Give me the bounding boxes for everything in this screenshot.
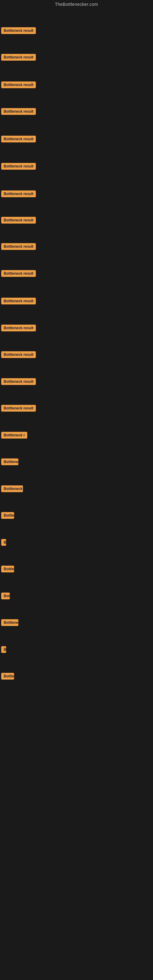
result-row[interactable]: Bottleneck <box>0 484 153 495</box>
result-row[interactable]: Bottleneck result <box>0 52 153 62</box>
result-row[interactable]: Bottle <box>0 511 153 521</box>
bottleneck-badge-24[interactable]: B <box>1 646 6 653</box>
bottleneck-badge-22[interactable]: Bott <box>1 593 10 599</box>
result-row[interactable]: B <box>0 645 153 655</box>
result-row[interactable]: Bottleneck result <box>0 350 153 359</box>
result-row[interactable]: Bottleneck result <box>0 26 153 35</box>
result-row[interactable]: Bottleneck result <box>0 323 153 332</box>
result-row[interactable]: Bottleneck result <box>0 216 153 225</box>
result-row[interactable]: Bott <box>0 591 153 602</box>
result-row[interactable]: Bottleneck r <box>0 431 153 441</box>
bottleneck-badge-21[interactable]: Bottle <box>1 566 14 573</box>
site-title: TheBottlenecker.com <box>0 0 153 9</box>
bottleneck-badge-16[interactable]: Bottleneck r <box>1 432 27 439</box>
bottleneck-badge-10[interactable]: Bottleneck result <box>1 270 36 277</box>
bottleneck-badge-11[interactable]: Bottleneck result <box>1 298 36 304</box>
result-row[interactable]: Bottleneck result <box>0 404 153 413</box>
bottleneck-badge-1[interactable]: Bottleneck result <box>1 27 36 34</box>
bottleneck-badge-25[interactable]: Bottle <box>1 673 14 679</box>
bottleneck-badge-5[interactable]: Bottleneck result <box>1 136 36 142</box>
bottleneck-badge-3[interactable]: Bottleneck result <box>1 81 36 88</box>
result-row[interactable]: Bottlene <box>0 618 153 628</box>
bottleneck-badge-23[interactable]: Bottlene <box>1 619 18 626</box>
page-container: TheBottlenecker.com Bottleneck resultBot… <box>0 0 153 980</box>
bottleneck-badge-19[interactable]: Bottle <box>1 512 14 519</box>
result-row[interactable]: Bottleneck result <box>0 377 153 386</box>
bottleneck-badge-6[interactable]: Bottleneck result <box>1 163 36 170</box>
result-row[interactable]: Bo <box>0 538 153 548</box>
badges-container: Bottleneck resultBottleneck resultBottle… <box>0 9 153 702</box>
bottleneck-badge-17[interactable]: Bottlene <box>1 458 18 465</box>
bottleneck-badge-15[interactable]: Bottleneck result <box>1 405 36 412</box>
bottleneck-badge-14[interactable]: Bottleneck result <box>1 378 36 385</box>
result-row[interactable]: Bottle <box>0 565 153 575</box>
bottleneck-badge-8[interactable]: Bottleneck result <box>1 217 36 224</box>
result-row[interactable]: Bottle <box>0 671 153 682</box>
result-row[interactable]: Bottleneck result <box>0 269 153 278</box>
result-row[interactable]: Bottleneck result <box>0 107 153 116</box>
result-row[interactable]: Bottleneck result <box>0 189 153 199</box>
bottleneck-badge-18[interactable]: Bottleneck <box>1 485 23 492</box>
result-row[interactable]: Bottleneck result <box>0 162 153 171</box>
bottleneck-badge-13[interactable]: Bottleneck result <box>1 351 36 358</box>
result-row[interactable]: Bottlene <box>0 457 153 468</box>
bottleneck-badge-4[interactable]: Bottleneck result <box>1 108 36 115</box>
bottleneck-badge-20[interactable]: Bo <box>1 539 6 546</box>
bottleneck-badge-9[interactable]: Bottleneck result <box>1 243 36 250</box>
result-row[interactable]: Bottleneck result <box>0 134 153 144</box>
bottleneck-badge-7[interactable]: Bottleneck result <box>1 191 36 197</box>
result-row[interactable]: Bottleneck result <box>0 80 153 89</box>
bottleneck-badge-12[interactable]: Bottleneck result <box>1 325 36 331</box>
result-row[interactable]: Bottleneck result <box>0 296 153 305</box>
result-row[interactable]: Bottleneck result <box>0 242 153 251</box>
bottleneck-badge-2[interactable]: Bottleneck result <box>1 54 36 60</box>
